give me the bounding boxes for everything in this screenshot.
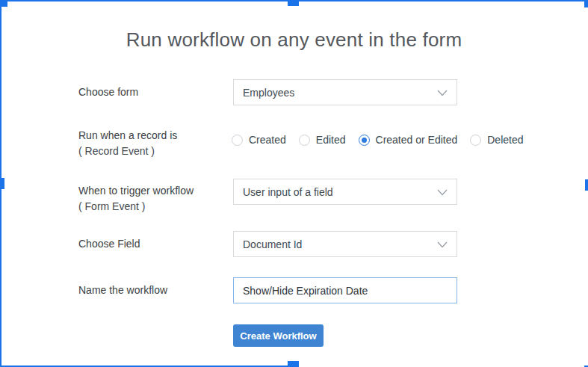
radio-option[interactable]: Created or Edited [359,134,458,146]
radio-option[interactable]: Deleted [470,134,523,146]
resize-handle-middle-left[interactable] [0,178,4,189]
workflow-name-input[interactable] [233,277,457,303]
radio-option-label: Edited [316,134,346,146]
resize-handle-middle-right[interactable] [585,179,588,191]
choose-field-label: Choose Field [78,231,140,257]
page-title: Run workflow on any event in the form [0,28,588,52]
create-workflow-button[interactable]: Create Workflow [233,324,324,347]
radio-icon[interactable] [232,135,243,146]
chevron-down-icon [437,90,448,96]
radio-icon[interactable] [299,135,310,146]
record-event-radio-group: Created Edited Created or Edited Deleted [232,134,524,146]
chevron-down-icon [437,241,448,248]
radio-option-label: Deleted [487,134,523,146]
choose-field-value: Document Id [243,238,302,250]
resize-handle-top-right[interactable] [584,0,588,7]
chevron-down-icon [437,189,448,196]
radio-option-label: Created or Edited [376,134,458,146]
form-event-select[interactable]: User input of a field [233,179,457,205]
form-event-sublabel: ( Form Event ) [78,200,145,212]
form-event-label: When to trigger workflow [78,185,194,197]
radio-option[interactable]: Created [232,134,286,146]
resize-handle-top-center[interactable] [288,0,299,6]
choose-field-select[interactable]: Document Id [233,231,457,257]
radio-icon[interactable] [359,135,370,146]
record-event-label: Run when a record is [78,129,177,141]
form-event-value: User input of a field [243,186,333,198]
record-event-sublabel: ( Record Event ) [78,145,155,157]
resize-handle-bottom-center[interactable] [288,361,299,367]
choose-form-label: Choose form [78,79,138,105]
radio-option[interactable]: Edited [299,134,346,146]
workflow-setup-page: Run workflow on any event in the form Ch… [0,0,588,367]
radio-option-label: Created [249,134,286,146]
choose-form-value: Employees [243,87,294,99]
resize-handle-top-left[interactable] [1,0,7,7]
radio-icon[interactable] [470,135,481,146]
choose-form-select[interactable]: Employees [233,79,457,105]
workflow-name-label: Name the workflow [78,277,167,303]
